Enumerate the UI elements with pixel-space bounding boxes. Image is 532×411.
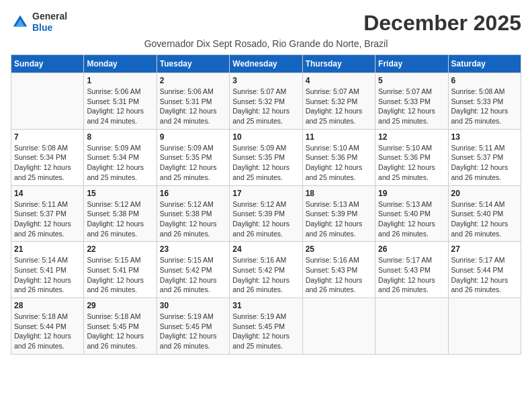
- day-info: Sunrise: 5:19 AMSunset: 5:45 PMDaylight:…: [160, 312, 226, 351]
- day-number: 21: [14, 244, 81, 254]
- calendar-cell: 14Sunrise: 5:11 AMSunset: 5:37 PMDayligh…: [11, 185, 84, 242]
- week-row-1: 1Sunrise: 5:06 AMSunset: 5:31 PMDaylight…: [11, 73, 521, 130]
- day-info: Sunrise: 5:06 AMSunset: 5:31 PMDaylight:…: [160, 87, 226, 126]
- col-header-thursday: Thursday: [302, 55, 375, 73]
- day-info: Sunrise: 5:18 AMSunset: 5:44 PMDaylight:…: [14, 312, 81, 351]
- day-number: 14: [14, 189, 81, 198]
- calendar-cell: 30Sunrise: 5:19 AMSunset: 5:45 PMDayligh…: [157, 298, 229, 355]
- calendar-cell: 7Sunrise: 5:08 AMSunset: 5:34 PMDaylight…: [11, 129, 84, 185]
- day-number: 16: [160, 189, 226, 198]
- day-info: Sunrise: 5:09 AMSunset: 5:34 PMDaylight:…: [87, 143, 153, 183]
- page-header: General Blue December 2025: [11, 11, 521, 36]
- col-header-monday: Monday: [84, 55, 157, 73]
- calendar-cell: 29Sunrise: 5:18 AMSunset: 5:45 PMDayligh…: [84, 298, 157, 355]
- day-info: Sunrise: 5:13 AMSunset: 5:39 PMDaylight:…: [306, 199, 372, 239]
- day-number: 25: [306, 244, 372, 254]
- calendar-cell: 24Sunrise: 5:16 AMSunset: 5:42 PMDayligh…: [230, 242, 302, 298]
- day-info: Sunrise: 5:08 AMSunset: 5:34 PMDaylight:…: [14, 143, 81, 183]
- day-info: Sunrise: 5:07 AMSunset: 5:32 PMDaylight:…: [232, 87, 299, 126]
- logo-text: General Blue: [32, 11, 67, 34]
- day-number: 17: [232, 189, 299, 198]
- logo-icon: [11, 13, 30, 32]
- day-info: Sunrise: 5:15 AMSunset: 5:41 PMDaylight:…: [87, 255, 153, 295]
- day-number: 4: [306, 76, 372, 85]
- day-info: Sunrise: 5:07 AMSunset: 5:33 PMDaylight:…: [378, 87, 445, 126]
- calendar-cell: 18Sunrise: 5:13 AMSunset: 5:39 PMDayligh…: [302, 185, 375, 242]
- day-info: Sunrise: 5:12 AMSunset: 5:39 PMDaylight:…: [232, 199, 299, 239]
- day-info: Sunrise: 5:09 AMSunset: 5:35 PMDaylight:…: [232, 143, 299, 183]
- day-info: Sunrise: 5:08 AMSunset: 5:33 PMDaylight:…: [451, 87, 518, 126]
- day-number: 29: [87, 301, 153, 310]
- calendar-cell: 17Sunrise: 5:12 AMSunset: 5:39 PMDayligh…: [230, 185, 302, 242]
- day-info: Sunrise: 5:14 AMSunset: 5:41 PMDaylight:…: [14, 255, 81, 295]
- calendar-cell: 5Sunrise: 5:07 AMSunset: 5:33 PMDaylight…: [375, 73, 448, 130]
- day-info: Sunrise: 5:19 AMSunset: 5:45 PMDaylight:…: [232, 312, 299, 351]
- subtitle: Governador Dix Sept Rosado, Rio Grande d…: [11, 38, 521, 49]
- day-number: 19: [378, 189, 445, 198]
- day-info: Sunrise: 5:17 AMSunset: 5:43 PMDaylight:…: [378, 255, 445, 295]
- day-info: Sunrise: 5:10 AMSunset: 5:36 PMDaylight:…: [306, 143, 372, 183]
- day-info: Sunrise: 5:06 AMSunset: 5:31 PMDaylight:…: [87, 87, 153, 126]
- day-info: Sunrise: 5:11 AMSunset: 5:37 PMDaylight:…: [451, 143, 518, 183]
- day-number: 9: [160, 132, 226, 142]
- calendar-cell: 2Sunrise: 5:06 AMSunset: 5:31 PMDaylight…: [157, 73, 229, 130]
- day-number: 6: [451, 76, 518, 85]
- calendar-cell: 11Sunrise: 5:10 AMSunset: 5:36 PMDayligh…: [302, 129, 375, 185]
- calendar-cell: 8Sunrise: 5:09 AMSunset: 5:34 PMDaylight…: [84, 129, 157, 185]
- day-info: Sunrise: 5:09 AMSunset: 5:35 PMDaylight:…: [160, 143, 226, 183]
- week-row-2: 7Sunrise: 5:08 AMSunset: 5:34 PMDaylight…: [11, 129, 521, 185]
- calendar-cell: 26Sunrise: 5:17 AMSunset: 5:43 PMDayligh…: [375, 242, 448, 298]
- calendar-header-row: SundayMondayTuesdayWednesdayThursdayFrid…: [11, 55, 521, 73]
- day-info: Sunrise: 5:12 AMSunset: 5:38 PMDaylight:…: [160, 199, 226, 239]
- day-info: Sunrise: 5:16 AMSunset: 5:43 PMDaylight:…: [306, 255, 372, 295]
- month-title: December 2025: [363, 11, 521, 36]
- calendar-cell: 16Sunrise: 5:12 AMSunset: 5:38 PMDayligh…: [157, 185, 229, 242]
- day-number: 27: [451, 244, 518, 254]
- calendar-cell: [448, 298, 521, 355]
- calendar-cell: 21Sunrise: 5:14 AMSunset: 5:41 PMDayligh…: [11, 242, 84, 298]
- day-number: 15: [87, 189, 153, 198]
- calendar-cell: 25Sunrise: 5:16 AMSunset: 5:43 PMDayligh…: [302, 242, 375, 298]
- calendar-cell: 31Sunrise: 5:19 AMSunset: 5:45 PMDayligh…: [230, 298, 302, 355]
- day-number: 13: [451, 132, 518, 142]
- calendar-cell: 12Sunrise: 5:10 AMSunset: 5:36 PMDayligh…: [375, 129, 448, 185]
- calendar-cell: 22Sunrise: 5:15 AMSunset: 5:41 PMDayligh…: [84, 242, 157, 298]
- day-number: 10: [232, 132, 299, 142]
- calendar-cell: [375, 298, 448, 355]
- day-info: Sunrise: 5:10 AMSunset: 5:36 PMDaylight:…: [378, 143, 445, 183]
- calendar-cell: 9Sunrise: 5:09 AMSunset: 5:35 PMDaylight…: [157, 129, 229, 185]
- day-number: 30: [160, 301, 226, 310]
- logo: General Blue: [11, 11, 67, 34]
- day-info: Sunrise: 5:11 AMSunset: 5:37 PMDaylight:…: [14, 199, 81, 239]
- col-header-friday: Friday: [375, 55, 448, 73]
- day-info: Sunrise: 5:15 AMSunset: 5:42 PMDaylight:…: [160, 255, 226, 295]
- day-info: Sunrise: 5:18 AMSunset: 5:45 PMDaylight:…: [87, 312, 153, 351]
- calendar-cell: 20Sunrise: 5:14 AMSunset: 5:40 PMDayligh…: [448, 185, 521, 242]
- calendar-cell: 13Sunrise: 5:11 AMSunset: 5:37 PMDayligh…: [448, 129, 521, 185]
- day-number: 23: [160, 244, 226, 254]
- calendar-cell: 4Sunrise: 5:07 AMSunset: 5:32 PMDaylight…: [302, 73, 375, 130]
- col-header-tuesday: Tuesday: [157, 55, 229, 73]
- day-number: 11: [306, 132, 372, 142]
- col-header-sunday: Sunday: [11, 55, 84, 73]
- calendar-table: SundayMondayTuesdayWednesdayThursdayFrid…: [11, 54, 521, 355]
- day-number: 20: [451, 189, 518, 198]
- day-number: 8: [87, 132, 153, 142]
- calendar-cell: 19Sunrise: 5:13 AMSunset: 5:40 PMDayligh…: [375, 185, 448, 242]
- day-number: 2: [160, 76, 226, 85]
- day-number: 3: [232, 76, 299, 85]
- calendar-cell: 3Sunrise: 5:07 AMSunset: 5:32 PMDaylight…: [230, 73, 302, 130]
- week-row-5: 28Sunrise: 5:18 AMSunset: 5:44 PMDayligh…: [11, 298, 521, 355]
- day-info: Sunrise: 5:17 AMSunset: 5:44 PMDaylight:…: [451, 255, 518, 295]
- calendar-cell: 28Sunrise: 5:18 AMSunset: 5:44 PMDayligh…: [11, 298, 84, 355]
- day-info: Sunrise: 5:14 AMSunset: 5:40 PMDaylight:…: [451, 199, 518, 239]
- day-number: 22: [87, 244, 153, 254]
- day-info: Sunrise: 5:16 AMSunset: 5:42 PMDaylight:…: [232, 255, 299, 295]
- col-header-saturday: Saturday: [448, 55, 521, 73]
- week-row-4: 21Sunrise: 5:14 AMSunset: 5:41 PMDayligh…: [11, 242, 521, 298]
- day-number: 28: [14, 301, 81, 310]
- day-number: 24: [232, 244, 299, 254]
- day-info: Sunrise: 5:07 AMSunset: 5:32 PMDaylight:…: [306, 87, 372, 126]
- calendar-cell: 15Sunrise: 5:12 AMSunset: 5:38 PMDayligh…: [84, 185, 157, 242]
- calendar-cell: 23Sunrise: 5:15 AMSunset: 5:42 PMDayligh…: [157, 242, 229, 298]
